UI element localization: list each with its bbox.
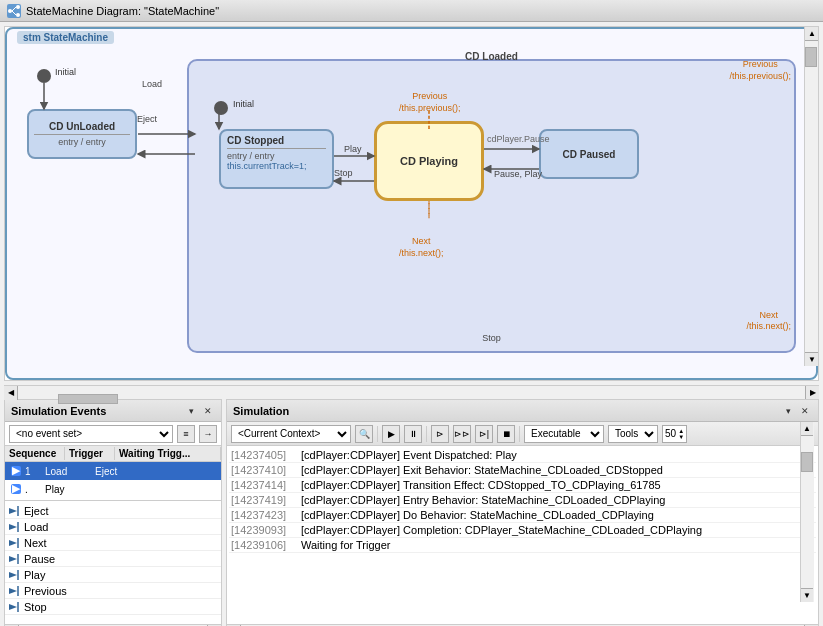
diagram-area[interactable]: stm StateMachine Initial CD UnLoaded ent…	[4, 26, 819, 381]
log-msg-4: [cdPlayer:CDPlayer] Do Behavior: StateMa…	[301, 509, 654, 521]
v-scrollbar[interactable]: ▲ ▼	[804, 27, 818, 366]
svg-point-3	[16, 13, 20, 17]
sim-scroll-up[interactable]: ▲	[801, 422, 813, 436]
sim-step2-btn[interactable]: ⊳⊳	[453, 425, 471, 443]
log-ts-6: [14239106]	[231, 539, 301, 551]
scroll-down-btn[interactable]: ▼	[805, 352, 819, 366]
wait-label-load: Load	[24, 521, 48, 533]
log-row-2: [14237414] [cdPlayer:CDPlayer] Transitio…	[229, 478, 816, 493]
wait-item-stop[interactable]: Stop	[5, 599, 221, 615]
log-row-0: [14237405] [cdPlayer:CDPlayer] Event Dis…	[229, 448, 816, 463]
trans-previous-right: Previous/this.previous();	[729, 59, 791, 82]
wait-label-stop: Stop	[24, 601, 47, 613]
wait-item-pause[interactable]: Pause	[5, 551, 221, 567]
sim-pause-btn[interactable]: ⏸	[404, 425, 422, 443]
cd-unloaded-body: entry / entry	[58, 137, 106, 147]
speed-down-btn[interactable]: ▼	[678, 434, 684, 440]
window-title: StateMachine Diagram: "StateMachine"	[26, 5, 219, 17]
sim-menu-btn[interactable]: ▾	[781, 404, 795, 418]
log-msg-5: [cdPlayer:CDPlayer] Completion: CDPlayer…	[301, 524, 702, 536]
sim-v-thumb[interactable]	[801, 452, 813, 472]
state-cd-unloaded[interactable]: CD UnLoaded entry / entry	[27, 109, 137, 159]
wait-item-next[interactable]: Next	[5, 535, 221, 551]
col-sequence: Sequence	[5, 447, 65, 460]
h-scrollbar-diagram[interactable]: ◀ ▶	[4, 385, 819, 399]
trans-stop-inner: Stop	[334, 168, 353, 178]
wait-label-pause: Pause	[24, 553, 55, 565]
sim-panel-header: Simulation ▾ ✕	[227, 400, 818, 422]
cd-stopped-body2: this.currentTrack=1;	[227, 161, 326, 171]
events-panel-controls: ▾ ✕	[184, 404, 215, 418]
wait-item-eject[interactable]: Eject	[5, 503, 221, 519]
svg-text:▶: ▶	[12, 465, 21, 476]
event-trigger-2: Play	[45, 484, 95, 495]
initial-label-outer: Initial	[55, 67, 76, 77]
sim-close-btn[interactable]: ✕	[798, 404, 812, 418]
sim-log[interactable]: [14237405] [cdPlayer:CDPlayer] Event Dis…	[227, 446, 818, 624]
log-row-1: [14237410] [cdPlayer:CDPlayer] Exit Beha…	[229, 463, 816, 478]
svg-marker-22	[9, 572, 17, 578]
events-menu-btn[interactable]: ▾	[184, 404, 198, 418]
cd-stopped-title: CD Stopped	[227, 135, 326, 146]
initial-circle-inner	[214, 101, 228, 115]
sim-v-scrollbar[interactable]: ▲ ▼	[800, 422, 814, 602]
sim-scroll-down[interactable]: ▼	[801, 588, 813, 602]
log-ts-3: [14237419]	[231, 494, 301, 506]
svg-text:▶: ▶	[12, 483, 21, 494]
h-scroll-thumb[interactable]	[58, 394, 118, 404]
trans-play: Play	[344, 144, 362, 154]
event-icon-2: ▶	[9, 482, 23, 496]
event-row-1[interactable]: ▶ 1 Load Eject	[5, 462, 221, 480]
scroll-right-btn[interactable]: ▶	[805, 386, 819, 400]
sim-play-btn[interactable]: ▶	[382, 425, 400, 443]
sim-tools-dropdown[interactable]: Tools	[608, 425, 658, 443]
events-column-headers: Sequence Trigger Waiting Trigg...	[5, 446, 221, 462]
event-row-2[interactable]: ▶ . Play	[5, 480, 221, 498]
cd-playing-title: CD Playing	[400, 155, 458, 167]
events-dropdown[interactable]: <no event set>	[9, 425, 173, 443]
wait-label-eject: Eject	[24, 505, 48, 517]
initial-circle-outer	[37, 69, 51, 83]
wait-label-previous: Previous	[24, 585, 67, 597]
sim-step-btn[interactable]: ⊳	[431, 425, 449, 443]
state-cd-paused[interactable]: CD Paused	[539, 129, 639, 179]
stm-label: stm StateMachine	[17, 31, 114, 44]
wait-item-previous[interactable]: Previous	[5, 583, 221, 599]
scroll-left-btn[interactable]: ◀	[4, 386, 18, 400]
event-trigger-1: Load	[45, 466, 95, 477]
log-row-5: [14239093] [cdPlayer:CDPlayer] Completio…	[229, 523, 816, 538]
log-row-6: [14239106] Waiting for Trigger	[229, 538, 816, 553]
wait-item-play[interactable]: Play	[5, 567, 221, 583]
svg-marker-14	[9, 508, 17, 514]
trans-load: Load	[142, 79, 162, 89]
state-cd-stopped[interactable]: CD Stopped entry / entry this.currentTra…	[219, 129, 334, 189]
sim-stop-btn[interactable]: ⏹	[497, 425, 515, 443]
stm-outer-border: stm StateMachine Initial CD UnLoaded ent…	[5, 27, 818, 380]
sim-context-dropdown[interactable]: <Current Context>	[231, 425, 351, 443]
event-seq-1: 1	[25, 466, 45, 477]
event-seq-2: .	[25, 484, 45, 495]
sim-executable-dropdown[interactable]: Executable	[524, 425, 604, 443]
statemachine-icon	[6, 3, 22, 19]
sim-speed-control[interactable]: 50 ▲ ▼	[662, 425, 687, 443]
sim-search-btn[interactable]: 🔍	[355, 425, 373, 443]
sim-panel-controls: ▾ ✕	[781, 404, 812, 418]
event-waiting-1: Eject	[95, 466, 217, 477]
scroll-up-btn[interactable]: ▲	[805, 27, 819, 41]
log-msg-3: [cdPlayer:CDPlayer] Entry Behavior: Stat…	[301, 494, 665, 506]
wait-label-play: Play	[24, 569, 45, 581]
cd-paused-title: CD Paused	[563, 149, 616, 160]
trans-stop-bottom: Stop	[482, 333, 501, 343]
wait-item-load[interactable]: Load	[5, 519, 221, 535]
svg-point-1	[8, 9, 12, 13]
events-close-btn[interactable]: ✕	[201, 404, 215, 418]
sim-step3-btn[interactable]: ⊳|	[475, 425, 493, 443]
sim-speed-spinners[interactable]: ▲ ▼	[678, 428, 684, 440]
bottom-panel: Simulation Events ▾ ✕ <no event set> ≡ →…	[4, 399, 819, 626]
state-cd-playing[interactable]: CD Playing	[374, 121, 484, 201]
log-msg-6: Waiting for Trigger	[301, 539, 390, 551]
events-arrow-btn[interactable]: →	[199, 425, 217, 443]
events-add-btn[interactable]: ≡	[177, 425, 195, 443]
log-ts-1: [14237410]	[231, 464, 301, 476]
v-scroll-thumb[interactable]	[805, 47, 817, 67]
